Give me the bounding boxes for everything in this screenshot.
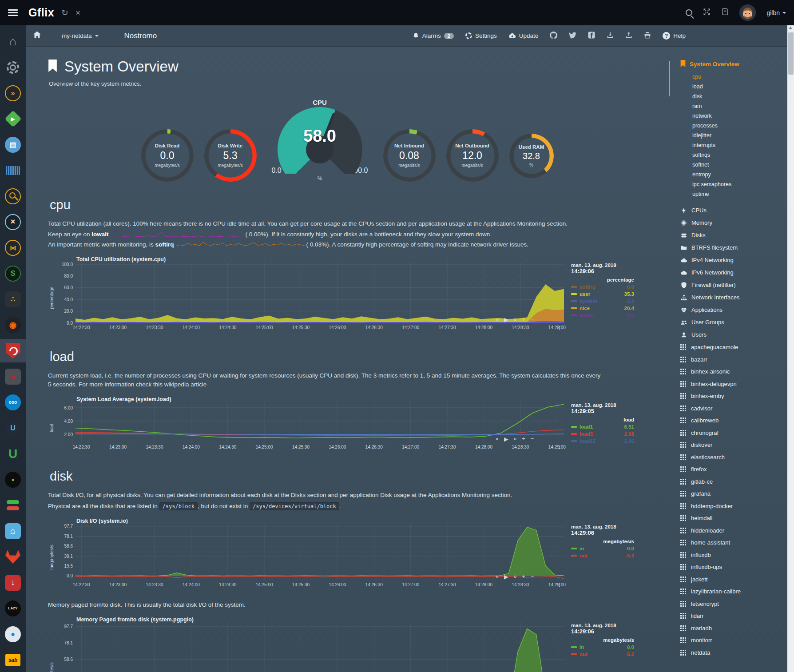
sidebar-app-cadvisor[interactable]: cadvisor bbox=[680, 402, 794, 415]
sidebar-app-calibreweb[interactable]: calibreweb bbox=[680, 414, 794, 427]
pgpgio-chart-plot[interactable]: 97.778.158.639.119.50.014:22:3014:23:001… bbox=[55, 623, 566, 672]
sidebar-app-home-assistant[interactable]: home-assistant bbox=[680, 537, 794, 549]
zoom-in-button[interactable]: + bbox=[522, 316, 525, 323]
close-tab-icon[interactable]: × bbox=[75, 8, 80, 17]
legend-row-user[interactable]: user35.3 bbox=[571, 290, 634, 298]
facebook-icon[interactable] bbox=[588, 32, 595, 40]
sidebar-item-softirqs[interactable]: softirqs bbox=[692, 150, 794, 160]
sidebar-app-settings[interactable] bbox=[0, 56, 26, 79]
skip-back-button[interactable]: « bbox=[496, 316, 499, 323]
sidebar-app-netdata[interactable]: netdata bbox=[680, 647, 794, 659]
disk-io-chart-plot[interactable]: 97.778.158.639.119.50.014:22:3014:23:001… bbox=[55, 524, 566, 591]
sidebar-app-sync[interactable]: × bbox=[0, 210, 26, 234]
legend-row-load15[interactable]: load152.06 bbox=[571, 437, 634, 445]
alarms-button[interactable]: Alarms2 bbox=[413, 32, 454, 39]
sidebar-app-mariadb[interactable]: mariadb bbox=[680, 622, 794, 635]
sidebar-app-plex[interactable]: » bbox=[0, 81, 26, 105]
sidebar-section-firewall-netfilter-[interactable]: Firewall (netfilter) bbox=[680, 279, 794, 291]
play-button[interactable]: ▶ bbox=[504, 316, 508, 323]
sidebar-app-lazylibrarian[interactable]: LAZY bbox=[0, 596, 26, 620]
sidebar-section-users[interactable]: Users bbox=[680, 329, 794, 341]
twitter-icon[interactable] bbox=[569, 32, 576, 40]
play-button[interactable]: ▶ bbox=[504, 573, 508, 580]
sidebar-app-gitlab[interactable] bbox=[0, 545, 26, 569]
scrollbar[interactable] bbox=[787, 25, 794, 672]
sidebar-section-cpus[interactable]: CPUs bbox=[680, 204, 794, 217]
zoom-out-button[interactable]: − bbox=[531, 316, 534, 323]
sidebar-app-hddtemp-docker[interactable]: hddtemp-docker bbox=[680, 500, 794, 513]
sidebar-section-network-interfaces[interactable]: Network Interfaces bbox=[680, 291, 794, 304]
load-chart-plot[interactable]: 2.004.006.0014:22:3014:23:0014:23:3014:2… bbox=[55, 402, 566, 453]
sidebar-app-diskover[interactable]: diskover bbox=[680, 439, 794, 451]
sidebar-app-binhex-emby[interactable]: binhex-emby bbox=[680, 390, 794, 402]
zoom-in-button[interactable]: + bbox=[522, 436, 525, 442]
legend-row-system[interactable]: system2.3 bbox=[571, 298, 634, 305]
sidebar-app-gitlab-ce[interactable]: gitlab-ce bbox=[680, 476, 794, 488]
sidebar-app-airsonic[interactable] bbox=[0, 159, 26, 182]
sidebar-app-sabnzbd[interactable]: sab bbox=[0, 648, 26, 672]
sidebar-section-ipv4-networking[interactable]: IPv4 Networking bbox=[680, 254, 794, 266]
sidebar-section-disks[interactable]: Disks bbox=[680, 229, 794, 242]
sidebar-app-jackett[interactable]: jackett bbox=[680, 573, 794, 586]
legend-row-iowait[interactable]: iowait0.0 bbox=[571, 312, 634, 319]
changelog-icon[interactable] bbox=[721, 8, 729, 17]
sidebar-app-monitorr[interactable]: monitorr bbox=[680, 634, 794, 647]
sidebar-app-heimdall[interactable]: heimdall bbox=[680, 512, 794, 525]
sidebar-app-cubes[interactable]: ◆ bbox=[0, 365, 26, 388]
sidebar-item-ipc-semaphores[interactable]: ipc semaphores bbox=[692, 179, 794, 189]
sidebar-item-network[interactable]: network bbox=[692, 111, 794, 121]
sidebar-app-influxdb-ups[interactable]: influxdb-ups bbox=[680, 561, 794, 573]
sidebar-app-influxdb[interactable]: influxdb bbox=[680, 549, 794, 561]
sidebar-item-processes[interactable]: processes bbox=[692, 121, 794, 131]
sidebar-app-nextcloud[interactable]: ooo bbox=[0, 390, 26, 414]
sidebar-app-bazarr[interactable]: bazarr bbox=[680, 354, 794, 366]
sidebar-section-memory[interactable]: Memory bbox=[680, 217, 794, 229]
sidebar-app-downloader[interactable]: ↓ bbox=[0, 571, 26, 594]
update-button[interactable]: Update bbox=[508, 32, 539, 40]
sidebar-app-unraid[interactable]: U bbox=[0, 416, 26, 440]
legend-row-out[interactable]: out-5.2 bbox=[571, 651, 634, 658]
cpu-chart-plot[interactable]: 0.020.040.060.080.0100.014:22:3014:23:00… bbox=[55, 262, 566, 334]
sidebar-app-monitorr[interactable] bbox=[0, 493, 26, 517]
sidebar-app-emby[interactable]: ▶ bbox=[0, 107, 26, 131]
legend-row-load5[interactable]: load52.68 bbox=[571, 430, 634, 437]
sidebar-item-entropy[interactable]: entropy bbox=[692, 170, 794, 179]
sidebar-section-user-groups[interactable]: User Groups bbox=[680, 316, 794, 329]
menu-icon[interactable] bbox=[8, 9, 18, 16]
user-menu[interactable]: gilbn bbox=[766, 9, 786, 16]
sidebar-app-lazylibrarian-calibre[interactable]: lazylibrarian-calibre bbox=[680, 585, 794, 598]
scrollbar-up-arrow[interactable] bbox=[789, 26, 792, 29]
sidebar-app-radarr[interactable]: ⋈ bbox=[0, 236, 26, 259]
sidebar-app-home[interactable]: ⌂ bbox=[0, 30, 26, 53]
sidebar-item-cpu[interactable]: cpu bbox=[692, 72, 794, 82]
play-button[interactable]: ▶ bbox=[504, 436, 508, 442]
chart-resize-handle[interactable]: ↕ bbox=[558, 581, 561, 588]
legend-row-nice[interactable]: nice20.4 bbox=[571, 305, 634, 312]
sidebar-app-comics[interactable]: ▤ bbox=[0, 133, 26, 156]
print-icon[interactable] bbox=[644, 32, 651, 40]
scrollbar-thumb[interactable] bbox=[788, 32, 794, 75]
legend-row-in[interactable]: in0.0 bbox=[571, 644, 634, 651]
zoom-in-button[interactable]: + bbox=[522, 573, 525, 580]
sidebar-item-softnet[interactable]: softnet bbox=[692, 160, 794, 170]
zoom-out-button[interactable]: − bbox=[531, 436, 534, 442]
help-button[interactable]: Help bbox=[663, 32, 686, 40]
sidebar-item-interrupts[interactable]: interrupts bbox=[692, 140, 794, 150]
sidebar-app-chronograf[interactable]: chronograf bbox=[680, 427, 794, 439]
skip-forward-button[interactable]: » bbox=[514, 436, 517, 442]
sidebar-item-disk[interactable]: disk bbox=[692, 91, 794, 101]
import-icon[interactable] bbox=[607, 32, 614, 40]
sidebar-app-lidarr[interactable]: lidarr bbox=[680, 610, 794, 622]
search-icon[interactable] bbox=[686, 9, 692, 16]
sidebar-app-netdata[interactable] bbox=[0, 339, 26, 362]
avatar[interactable] bbox=[739, 4, 756, 21]
sidebar-item-ram[interactable]: ram bbox=[692, 101, 794, 111]
sidebar-app-deluge[interactable]: ● bbox=[0, 622, 26, 646]
fullscreen-icon[interactable] bbox=[703, 8, 711, 17]
skip-forward-button[interactable]: » bbox=[514, 573, 517, 580]
export-icon[interactable] bbox=[625, 32, 632, 40]
sidebar-app-letsencrypt[interactable]: letsencrypt bbox=[680, 598, 794, 610]
sidebar-app-dish[interactable]: ● bbox=[0, 468, 26, 491]
skip-forward-button[interactable]: » bbox=[514, 316, 517, 323]
zoom-out-button[interactable]: − bbox=[531, 573, 534, 580]
